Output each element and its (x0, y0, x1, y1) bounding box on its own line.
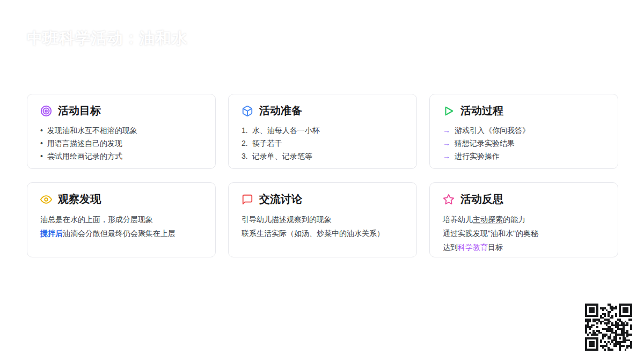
card-activity-goals: 活动目标 •发现油和水互不相溶的现象 •用语言描述自己的发现 •尝试用绘画记录的… (27, 94, 216, 169)
card-activity-preparation: 活动准备 1.水、油每人各一小杯 2.筷子若干 3.记录单、记录笔等 (228, 94, 417, 169)
list-item: 2.筷子若干 (241, 137, 404, 150)
qr-code (585, 304, 632, 351)
card-title: 活动过程 (460, 104, 503, 118)
list-item: •用语言描述自己的发现 (40, 137, 202, 150)
star-icon (443, 194, 455, 205)
card-title: 交流讨论 (259, 192, 302, 206)
highlight-text: 科学教育 (458, 243, 488, 252)
list-item: →猜想记录实验结果 (443, 137, 605, 150)
card-title: 观察发现 (58, 192, 101, 206)
reflection-line: 通过实践发现"油和水"的奥秘 (443, 226, 605, 240)
card-title: 活动准备 (259, 104, 302, 118)
observation-line: 油总是在水的上面，形成分层现象 (40, 212, 202, 226)
card-observations: 观察发现 油总是在水的上面，形成分层现象 搅拌后油滴会分散但最终仍会聚集在上层 (27, 182, 216, 257)
reflection-line: 达到科学教育目标 (443, 240, 605, 254)
play-icon (443, 105, 455, 117)
observation-line: 搅拌后油滴会分散但最终仍会聚集在上层 (40, 226, 202, 240)
list-item: 1.水、油每人各一小杯 (241, 124, 404, 137)
eye-icon (40, 194, 52, 205)
list-item: →游戏引入《你问我答》 (443, 124, 605, 137)
card-reflection: 活动反思 培养幼儿主动探索的能力 通过实践发现"油和水"的奥秘 达到科学教育目标 (429, 182, 618, 257)
card-title: 活动目标 (58, 104, 101, 118)
list-item: •发现油和水互不相溶的现象 (40, 124, 202, 137)
discussion-line: 引导幼儿描述观察到的现象 (241, 212, 404, 226)
chat-bubble-icon (241, 194, 253, 205)
card-activity-process: 活动过程 →游戏引入《你问我答》 →猜想记录实验结果 →进行实验操作 (429, 94, 618, 169)
card-title: 活动反思 (460, 192, 503, 206)
discussion-line: 联系生活实际（如汤、炒菜中的油水关系） (241, 226, 404, 240)
page-title: 中班科学活动：油和水 (27, 28, 188, 49)
cube-icon (241, 105, 253, 117)
list-item: →进行实验操作 (443, 150, 605, 162)
target-icon (40, 105, 52, 117)
underlined-text: 主动探索 (473, 215, 503, 224)
cards-grid: 活动目标 •发现油和水互不相溶的现象 •用语言描述自己的发现 •尝试用绘画记录的… (27, 94, 618, 257)
list-item: 3.记录单、记录笔等 (241, 150, 404, 162)
list-item: •尝试用绘画记录的方式 (40, 150, 202, 162)
highlight-text: 搅拌后 (40, 229, 63, 238)
card-discussion: 交流讨论 引导幼儿描述观察到的现象 联系生活实际（如汤、炒菜中的油水关系） (228, 182, 417, 257)
reflection-line: 培养幼儿主动探索的能力 (443, 212, 605, 226)
